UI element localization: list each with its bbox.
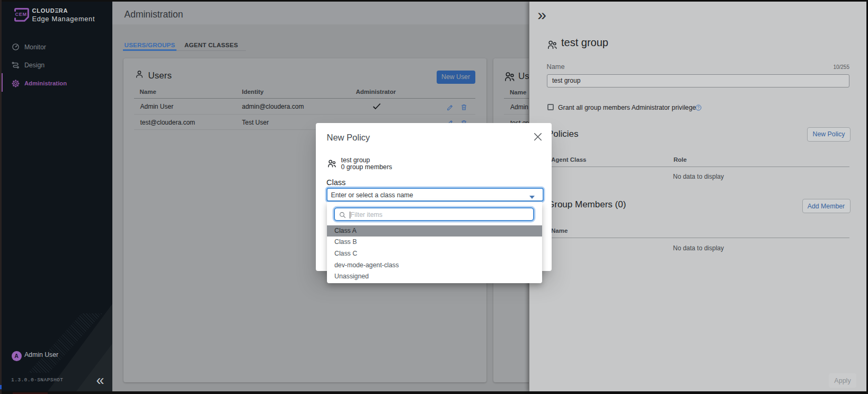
svg-text:CEM: CEM [15, 12, 26, 17]
